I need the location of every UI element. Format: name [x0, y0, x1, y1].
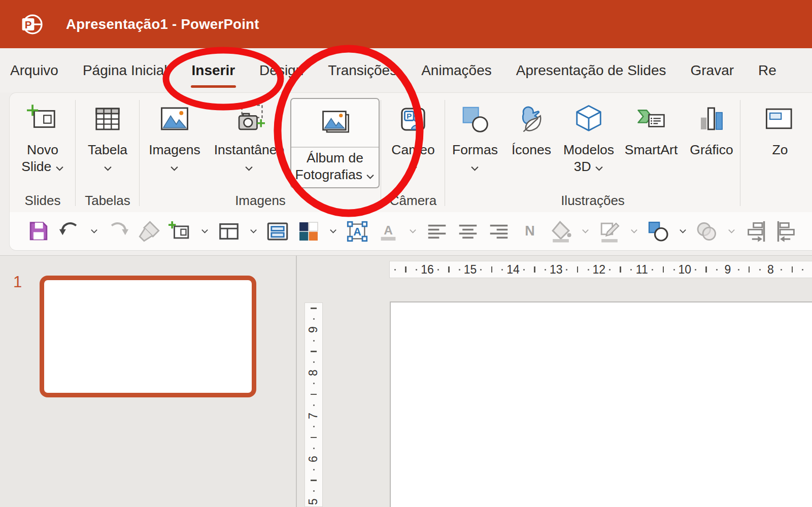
- shape-outline-menu-button[interactable]: [629, 220, 639, 243]
- ribbon-group-zoom-partial: Zo: [740, 93, 812, 212]
- reuse-slides-button[interactable]: [266, 220, 289, 243]
- new-slide-button[interactable]: Novo Slide: [12, 97, 73, 175]
- tab-gravar[interactable]: Gravar: [678, 48, 746, 92]
- theme-colors-menu-button[interactable]: [328, 220, 338, 243]
- tab-apresentacao-de-slides[interactable]: Apresentação de Slides: [504, 48, 679, 92]
- slide-canvas[interactable]: [390, 301, 812, 507]
- cameo-button[interactable]: P Cameo: [383, 97, 444, 175]
- undo-menu-button[interactable]: [89, 220, 99, 243]
- table-button[interactable]: Tabela: [77, 97, 138, 175]
- chevron-down-icon: [201, 229, 209, 233]
- smartart-icon: [621, 97, 681, 142]
- ribbon-group-ilustracoes: Formas Ícones: [445, 93, 740, 212]
- work-area: 1 1615141312111098 98765: [0, 255, 812, 507]
- screenshot-button[interactable]: Instantâneo: [211, 97, 287, 175]
- new-slide-icon: [12, 97, 73, 142]
- chevron-down-icon: [630, 229, 638, 233]
- reuse-slides-icon: [266, 220, 289, 243]
- tab-animacoes[interactable]: Animações: [409, 48, 504, 92]
- chart-button[interactable]: Gráfico: [684, 97, 739, 158]
- shape-fill-button[interactable]: [549, 220, 572, 243]
- title-bar: P Apresentação1 - PowerPoint: [0, 0, 812, 48]
- ribbon-group-slides: Novo Slide Slides: [10, 93, 76, 212]
- save-button[interactable]: [27, 220, 50, 243]
- merge-shapes-button[interactable]: [695, 220, 719, 243]
- layout-icon: [217, 220, 241, 243]
- shapes-small-button[interactable]: [647, 220, 670, 243]
- undo-button[interactable]: [58, 220, 81, 243]
- align-text-center-button[interactable]: [456, 220, 480, 243]
- bold-label: N: [525, 223, 535, 239]
- new-slide-small-button[interactable]: [168, 220, 192, 243]
- tab-inserir[interactable]: Inserir: [180, 48, 248, 92]
- shapes-menu-button[interactable]: [678, 220, 688, 243]
- cameo-icon: P: [383, 97, 444, 142]
- shape-outline-button[interactable]: [598, 220, 621, 243]
- svg-text:A: A: [353, 225, 361, 238]
- slide-thumbnail[interactable]: [40, 276, 256, 397]
- cube-3d-icon: [559, 97, 618, 142]
- new-slide-menu-button[interactable]: [199, 220, 210, 243]
- panel-divider[interactable]: [296, 256, 297, 507]
- align-text-left-button[interactable]: [425, 220, 449, 243]
- group-label-slides: Slides: [10, 193, 76, 209]
- ribbon: Novo Slide Slides Tabela Tabelas: [9, 92, 812, 212]
- 3d-models-button[interactable]: Modelos 3D: [559, 97, 618, 175]
- redo-icon: [107, 220, 130, 243]
- shapes-button[interactable]: Formas: [447, 97, 503, 175]
- ribbon-group-imagens: Imagens Instantâneo: [140, 93, 381, 212]
- shape-fill-icon: [549, 220, 572, 243]
- align-text-right-button[interactable]: [487, 220, 511, 243]
- chevron-down-icon: [90, 229, 98, 233]
- align-object-right-button[interactable]: [744, 220, 767, 243]
- photo-album-button[interactable]: Álbum de Fotografias: [290, 98, 380, 188]
- layout-menu-button[interactable]: [248, 220, 258, 243]
- tab-revisao-partial[interactable]: Re: [746, 48, 789, 92]
- save-icon: [27, 220, 50, 243]
- undo-icon: [58, 220, 81, 243]
- zoom-button[interactable]: Zo: [750, 97, 810, 158]
- horizontal-ruler: 1615141312111098: [389, 261, 812, 278]
- images-icon: [141, 97, 208, 142]
- text-box-button[interactable]: A: [346, 220, 369, 243]
- table-icon: [77, 97, 138, 142]
- tab-arquivo[interactable]: Arquivo: [0, 48, 71, 92]
- chevron-down-icon: [329, 229, 337, 233]
- chevron-down-icon: [170, 166, 179, 171]
- font-color-button[interactable]: A: [377, 220, 400, 243]
- icons-button[interactable]: Ícones: [506, 97, 556, 158]
- align-right-icon: [487, 220, 511, 243]
- font-color-menu-button[interactable]: [408, 220, 418, 243]
- group-label-tabelas: Tabelas: [76, 193, 140, 209]
- chevron-down-icon: [250, 229, 257, 233]
- chevron-down-icon: [55, 166, 64, 171]
- theme-colors-icon: [297, 220, 320, 243]
- font-color-icon: A: [377, 220, 400, 243]
- tab-design[interactable]: Design: [247, 48, 316, 92]
- screenshot-icon: [211, 97, 287, 142]
- svg-text:P: P: [407, 112, 412, 120]
- shape-fill-menu-button[interactable]: [580, 220, 590, 243]
- group-label-ilustracoes: Ilustrações: [445, 193, 740, 209]
- bold-button[interactable]: N: [518, 220, 542, 243]
- align-object-left-button[interactable]: [775, 220, 798, 243]
- ribbon-group-camera: P Cameo Câmera: [381, 93, 445, 212]
- layout-button[interactable]: [217, 220, 241, 243]
- text-box-icon: A: [346, 220, 369, 243]
- format-painter-icon: [138, 220, 161, 243]
- redo-button[interactable]: [107, 220, 130, 243]
- chevron-down-icon: [728, 229, 735, 233]
- format-painter-button[interactable]: [138, 220, 161, 243]
- photo-album-icon: [291, 99, 379, 148]
- quick-access-toolbar: A A N: [9, 212, 812, 251]
- ribbon-group-tabelas: Tabela Tabelas: [76, 93, 140, 212]
- merge-shapes-menu-button[interactable]: [726, 220, 736, 243]
- tab-transicoes[interactable]: Transições: [316, 48, 409, 92]
- tab-pagina-inicial[interactable]: Página Inicial: [71, 48, 180, 92]
- images-button[interactable]: Imagens: [141, 97, 208, 175]
- theme-colors-button[interactable]: [297, 220, 320, 243]
- align-object-right-icon: [744, 220, 767, 243]
- chevron-down-icon: [366, 174, 375, 179]
- smartart-button[interactable]: SmartArt: [621, 97, 681, 158]
- chart-icon: [684, 97, 739, 142]
